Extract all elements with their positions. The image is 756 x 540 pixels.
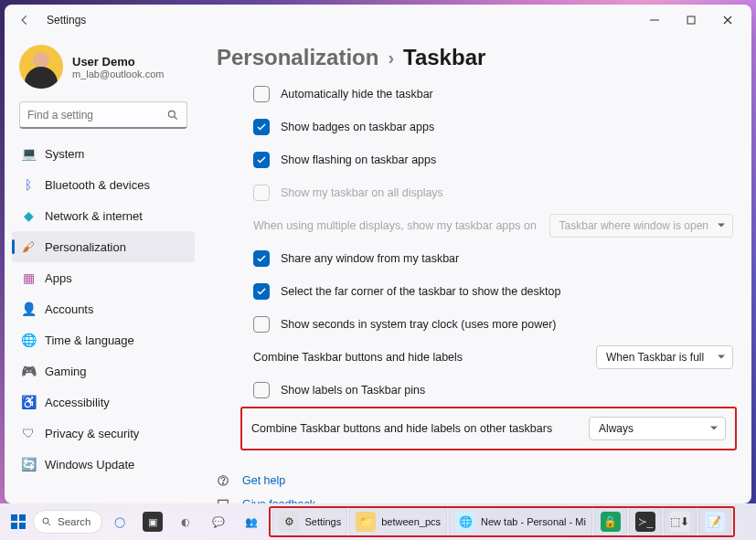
page-title: Taskbar: [403, 45, 485, 70]
svg-point-5: [223, 482, 224, 483]
taskbar-edge[interactable]: ◐: [170, 507, 201, 536]
option-label: Share any window from my taskbar: [281, 252, 459, 265]
close-button[interactable]: [709, 7, 746, 33]
sidebar-icon: 🎮: [21, 364, 36, 378]
search-box[interactable]: [19, 101, 187, 129]
taskbar-app[interactable]: 📝: [698, 507, 731, 536]
checkbox-icon: [253, 185, 270, 201]
checkbox-icon: [253, 283, 270, 300]
sidebar-item-time-language[interactable]: 🌐Time & language: [12, 324, 195, 355]
taskbar-search[interactable]: Search: [33, 510, 102, 534]
back-button[interactable]: [10, 7, 39, 33]
sidebar-item-accounts[interactable]: 👤Accounts: [12, 293, 195, 324]
checkbox-icon: [253, 250, 270, 267]
svg-point-2: [168, 111, 175, 117]
sidebar-item-windows-update[interactable]: 🔄Windows Update: [12, 449, 195, 480]
sidebar-item-gaming[interactable]: 🎮Gaming: [12, 355, 195, 386]
taskbar-app[interactable]: ⚙Settings: [272, 507, 347, 536]
sidebar-item-system[interactable]: 💻System: [12, 138, 195, 169]
sidebar-item-label: System: [45, 147, 84, 161]
option-dropdown-row: Combine Taskbar buttons and hide labelsW…: [253, 341, 733, 374]
taskbar-app[interactable]: 🌐New tab - Personal - Mi: [449, 507, 592, 536]
sidebar-item-apps[interactable]: ▦Apps: [12, 262, 195, 293]
dropdown[interactable]: Always: [589, 417, 726, 440]
sidebar-icon: ▦: [21, 270, 36, 285]
sidebar-item-accessibility[interactable]: ♿Accessibility: [12, 386, 195, 418]
checkbox-icon: [253, 382, 270, 398]
taskbar-chat[interactable]: 💬: [203, 507, 234, 536]
svg-point-6: [43, 518, 48, 524]
app-icon: ≻_: [635, 512, 655, 532]
dropdown: Taskbar where window is open: [549, 214, 733, 238]
breadcrumb: Personalization › Taskbar: [217, 45, 733, 70]
dropdown[interactable]: When Taskbar is full: [596, 345, 733, 369]
os-taskbar: Search ◯ ▣ ◐ 💬 👥 ⚙Settings📁between_pcs🌐N…: [0, 503, 756, 540]
get-help-link[interactable]: Get help: [217, 469, 733, 492]
sidebar-icon: 👤: [21, 302, 36, 316]
checkbox-icon: [253, 86, 270, 102]
app-icon: 🔒: [601, 512, 621, 532]
checkbox-icon: [253, 316, 270, 333]
sidebar-item-label: Gaming: [45, 365, 87, 378]
taskbar-app[interactable]: 📁between_pcs: [349, 507, 447, 536]
option-label: Show seconds in system tray clock (uses …: [281, 318, 557, 331]
sidebar-icon: ◆: [21, 208, 36, 223]
option-checkbox[interactable]: Show labels on Taskbar pins: [253, 374, 733, 407]
dropdown-value: Always: [599, 422, 634, 435]
sidebar-item-label: Apps: [45, 271, 72, 285]
checkbox-icon: [253, 152, 270, 168]
sidebar-item-label: Network & internet: [45, 209, 143, 223]
taskbar-app[interactable]: ≻_: [629, 507, 662, 536]
taskbar-app-label: between_pcs: [381, 516, 441, 527]
taskbar-app-label: Settings: [304, 516, 341, 527]
option-label: Show my taskbar on all displays: [281, 186, 443, 199]
taskbar-app[interactable]: ⬚⬇: [664, 507, 697, 536]
sidebar-item-label: Privacy & security: [45, 427, 139, 440]
dropdown-value: Taskbar where window is open: [559, 219, 708, 232]
taskbar-task-view[interactable]: ▣: [137, 507, 168, 536]
highlight-box: Combine Taskbar buttons and hide labels …: [240, 407, 737, 450]
app-icon: 📝: [705, 512, 725, 532]
option-label: When using multiple displays, show my ta…: [253, 219, 537, 232]
minimize-button[interactable]: [636, 7, 673, 33]
taskbar-app[interactable]: 🔒: [594, 507, 627, 536]
search-input[interactable]: [27, 109, 166, 122]
taskbar-app-label: New tab - Personal - Mi: [481, 516, 586, 527]
svg-line-3: [175, 116, 177, 119]
option-checkbox[interactable]: Show flashing on taskbar apps: [253, 143, 733, 176]
option-dropdown-row: When using multiple displays, show my ta…: [253, 209, 733, 242]
sidebar-item-bluetooth-devices[interactable]: ᛒBluetooth & devices: [12, 169, 195, 200]
sidebar-icon: 🛡: [21, 426, 36, 440]
profile-email: m_lab@outlook.com: [72, 69, 164, 79]
profile-name: User Demo: [72, 55, 164, 69]
option-checkbox[interactable]: Automatically hide the taskbar: [253, 78, 733, 111]
maximize-button[interactable]: [673, 7, 709, 33]
app-icon: ⬚⬇: [670, 512, 690, 532]
option-label: Automatically hide the taskbar: [281, 88, 433, 101]
sidebar-item-label: Windows Update: [45, 458, 134, 471]
option-label: Show labels on Taskbar pins: [281, 384, 425, 397]
option-checkbox[interactable]: Show badges on taskbar apps: [253, 111, 733, 143]
option-checkbox[interactable]: Share any window from my taskbar: [253, 242, 733, 275]
option-checkbox[interactable]: Select the far corner of the taskbar to …: [253, 275, 733, 308]
option-label: Select the far corner of the taskbar to …: [281, 285, 560, 298]
help-icon: [217, 474, 231, 487]
sidebar-item-label: Personalization: [45, 240, 126, 254]
breadcrumb-parent[interactable]: Personalization: [217, 45, 378, 70]
sidebar-icon: 🔄: [21, 457, 36, 471]
sidebar-item-personalization[interactable]: 🖌Personalization: [12, 231, 195, 262]
sidebar-item-privacy-security[interactable]: 🛡Privacy & security: [12, 418, 195, 449]
taskbar-people[interactable]: 👥: [236, 507, 267, 536]
taskbar-copilot[interactable]: ◯: [104, 507, 135, 536]
search-icon: [166, 109, 179, 122]
app-icon: 📁: [356, 512, 376, 532]
sidebar-icon: ♿: [21, 395, 36, 409]
taskbar-highlight-region: ⚙Settings📁between_pcs🌐New tab - Personal…: [269, 506, 735, 537]
sidebar-item-network-internet[interactable]: ◆Network & internet: [12, 200, 195, 231]
sidebar: User Demo m_lab@outlook.com 💻SystemᛒBlue…: [5, 36, 202, 503]
account-profile[interactable]: User Demo m_lab@outlook.com: [12, 41, 195, 101]
option-checkbox[interactable]: Show seconds in system tray clock (uses …: [253, 308, 733, 341]
start-button[interactable]: [5, 507, 31, 536]
give-feedback-link[interactable]: Give feedback: [217, 492, 733, 503]
option-checkbox: Show my taskbar on all displays: [253, 176, 733, 209]
